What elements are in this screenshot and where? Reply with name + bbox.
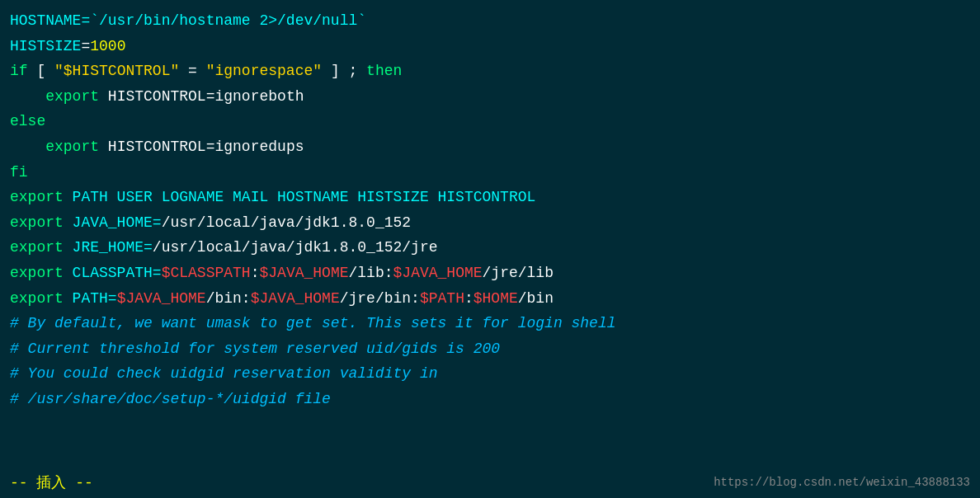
line-export-path: export PATH USER LOGNAME MAIL HOSTNAME H…	[10, 185, 970, 210]
line-comment4: # /usr/share/doc/setup-*/uidgid file	[10, 387, 970, 412]
line-export-java-home: export JAVA_HOME=/usr/local/java/jdk1.8.…	[10, 210, 970, 236]
line-export-path2: export PATH=$JAVA_HOME/bin:$JAVA_HOME/jr…	[10, 286, 970, 312]
line-else: else	[10, 109, 970, 134]
code-container: HOSTNAME=`/usr/bin/hostname 2>/dev/null`…	[0, 0, 980, 420]
line-histsize: HISTSIZE=1000	[10, 34, 970, 59]
statusbar: -- 插入 -- https://blog.csdn.net/weixin_43…	[0, 468, 980, 498]
line-export-classpath: export CLASSPATH=$CLASSPATH:$JAVA_HOME/l…	[10, 261, 970, 286]
watermark: https://blog.csdn.net/weixin_43888133	[714, 473, 970, 493]
line-fi: fi	[10, 160, 970, 186]
line-comment3: # You could check uidgid reservation val…	[10, 361, 970, 387]
line-comment1: # By default, we want umask to get set. …	[10, 311, 970, 336]
line-export-ignoredups: export HISTCONTROL=ignoredups	[10, 134, 970, 160]
line-comment2: # Current threshold for system reserved …	[10, 336, 970, 362]
line-if: if [ "$HISTCONTROL" = "ignorespace" ] ; …	[10, 59, 970, 84]
line-export-jre-home: export JRE_HOME=/usr/local/java/jdk1.8.0…	[10, 235, 970, 261]
line-export-ignoreboth: export HISTCONTROL=ignoreboth	[10, 84, 970, 110]
line-hostname: HOSTNAME=`/usr/bin/hostname 2>/dev/null`	[10, 8, 970, 34]
vim-mode: -- 插入 --	[10, 471, 93, 496]
